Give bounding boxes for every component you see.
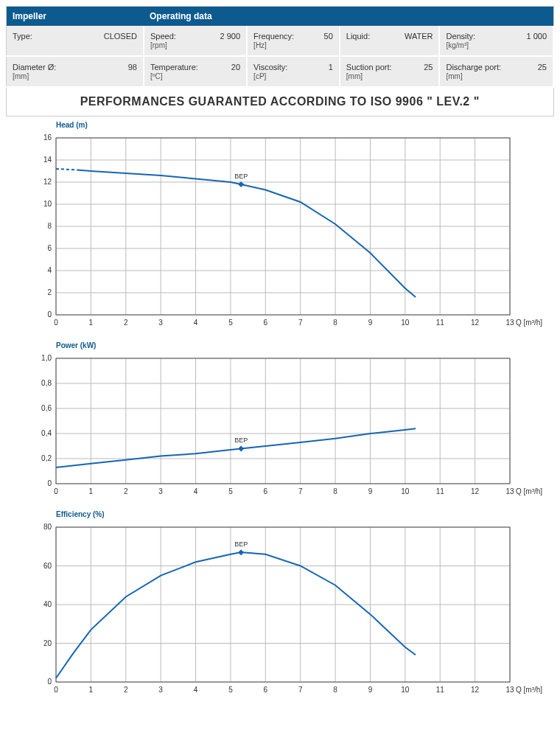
svg-text:1: 1 — [89, 686, 94, 694]
spec-density: Density: 1 000 [kg/m³] — [439, 26, 553, 56]
header-opdata: Operating data — [144, 7, 553, 27]
svg-text:10: 10 — [401, 487, 410, 495]
chart-title-head: Head (m) — [56, 121, 554, 129]
svg-text:0: 0 — [54, 686, 58, 694]
svg-text:8: 8 — [333, 319, 337, 327]
svg-text:0: 0 — [54, 487, 58, 495]
svg-text:Q [m³/h]: Q [m³/h] — [516, 487, 542, 495]
svg-text:4: 4 — [47, 266, 52, 274]
svg-text:2: 2 — [47, 288, 52, 296]
svg-text:0: 0 — [47, 479, 52, 487]
svg-text:12: 12 — [471, 487, 480, 495]
chart-power: 01234567891011121300,20,40,60,81,0Q [m³/… — [6, 351, 554, 506]
svg-text:BEP: BEP — [234, 436, 248, 444]
spec-type: Type: CLOSED — [7, 26, 144, 56]
svg-text:0,2: 0,2 — [41, 454, 52, 462]
svg-text:4: 4 — [194, 686, 198, 694]
svg-text:9: 9 — [368, 487, 373, 495]
svg-text:12: 12 — [43, 178, 52, 186]
chart-head: 0123456789101112130246810121416Q [m³/h]B… — [6, 131, 554, 337]
svg-text:3: 3 — [158, 686, 163, 694]
svg-text:40: 40 — [43, 600, 52, 608]
chart-title-eff: Efficiency (%) — [56, 510, 554, 518]
svg-text:8: 8 — [333, 686, 337, 694]
svg-text:20: 20 — [43, 639, 52, 647]
svg-text:1: 1 — [89, 487, 94, 495]
svg-text:12: 12 — [471, 319, 480, 327]
svg-text:1,0: 1,0 — [41, 354, 52, 362]
svg-text:3: 3 — [158, 319, 163, 327]
spec-temperature: Temperature: 20 [ºC] — [144, 56, 247, 87]
svg-text:9: 9 — [368, 686, 373, 694]
svg-text:6: 6 — [47, 244, 52, 252]
svg-marker-92 — [238, 445, 244, 451]
svg-text:7: 7 — [298, 686, 303, 694]
svg-text:4: 4 — [194, 487, 198, 495]
svg-text:6: 6 — [264, 686, 268, 694]
svg-text:Q [m³/h]: Q [m³/h] — [516, 686, 542, 694]
spec-suction-port: Suction port: 25 [mm] — [340, 56, 440, 87]
svg-marker-134 — [238, 549, 244, 555]
svg-text:0,8: 0,8 — [41, 379, 52, 387]
svg-text:1: 1 — [89, 319, 94, 327]
svg-rect-70 — [56, 358, 510, 484]
svg-text:7: 7 — [298, 319, 303, 327]
svg-text:13: 13 — [505, 319, 514, 327]
svg-text:0,4: 0,4 — [41, 429, 52, 437]
spec-frequency: Frequency: 50 [Hz] — [247, 26, 340, 56]
svg-text:8: 8 — [47, 222, 52, 230]
svg-text:7: 7 — [298, 487, 303, 495]
spec-diameter: Diameter Ø: 98 [mm] — [7, 56, 144, 87]
svg-text:14: 14 — [43, 156, 52, 164]
chart-title-power: Power (kW) — [56, 341, 554, 349]
svg-text:BEP: BEP — [234, 540, 248, 548]
svg-text:11: 11 — [436, 487, 445, 495]
svg-text:2: 2 — [124, 686, 128, 694]
svg-text:Q [m³/h]: Q [m³/h] — [516, 319, 542, 327]
svg-text:6: 6 — [264, 319, 268, 327]
header-impeller: Impeller — [7, 7, 144, 27]
svg-text:2: 2 — [124, 487, 128, 495]
spec-liquid: Liquid: WATER — [340, 26, 440, 56]
svg-text:5: 5 — [228, 686, 233, 694]
svg-text:10: 10 — [43, 200, 52, 208]
spec-viscosity: Viscosity: 1 [cP] — [247, 56, 340, 87]
svg-text:9: 9 — [368, 319, 373, 327]
iso-banner: PERFORMANCES GUARANTED ACCORDING TO ISO … — [7, 87, 554, 116]
spec-discharge-port: Discharge port: 25 [mm] — [439, 56, 553, 87]
svg-text:11: 11 — [436, 686, 445, 694]
svg-text:4: 4 — [194, 319, 198, 327]
svg-text:0: 0 — [47, 310, 52, 319]
svg-text:5: 5 — [228, 319, 233, 327]
svg-text:80: 80 — [43, 523, 52, 531]
svg-text:2: 2 — [124, 319, 128, 327]
svg-text:0: 0 — [54, 319, 58, 327]
svg-text:5: 5 — [228, 487, 233, 495]
svg-text:0,6: 0,6 — [41, 404, 52, 412]
svg-text:8: 8 — [333, 487, 337, 495]
svg-text:12: 12 — [471, 686, 480, 694]
spec-speed: Speed: 2 900 [rpm] — [144, 26, 247, 56]
svg-text:3: 3 — [158, 487, 163, 495]
svg-text:BEP: BEP — [234, 173, 248, 180]
spec-table: Impeller Operating data Type: CLOSED Spe… — [6, 6, 554, 116]
svg-text:0: 0 — [47, 678, 52, 686]
chart-efficiency: 012345678910111213020406080Q [m³/h]BEP — [6, 520, 554, 704]
svg-text:16: 16 — [43, 133, 52, 142]
svg-text:11: 11 — [436, 319, 445, 327]
svg-text:13: 13 — [505, 686, 514, 694]
svg-text:10: 10 — [401, 686, 410, 694]
svg-text:60: 60 — [43, 562, 52, 570]
svg-text:6: 6 — [264, 487, 268, 495]
svg-text:10: 10 — [401, 319, 410, 327]
svg-text:13: 13 — [505, 487, 514, 495]
